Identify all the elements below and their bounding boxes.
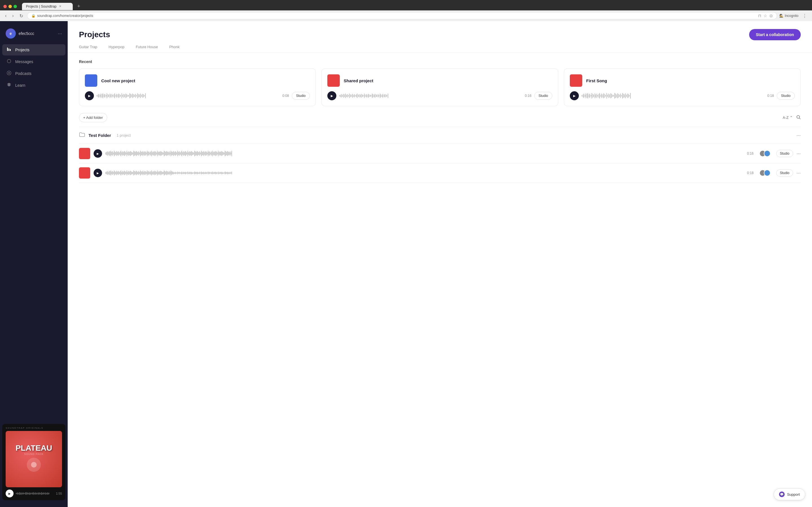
main-header: Projects Start a collaboration — [68, 21, 812, 40]
card-studio-btn[interactable]: Studio — [777, 92, 795, 100]
folder-more-btn[interactable]: ··· — [797, 132, 801, 138]
genre-tabs: Guitar Trap Hyperpop Future House Phonk — [68, 40, 812, 53]
sidebar-user: e efec5ccc ··· — [0, 25, 68, 44]
genre-tab-hyperpop[interactable]: Hyperpop — [109, 45, 124, 52]
album-inner — [31, 462, 37, 467]
address-bar[interactable]: 🔒 soundtrap.com/home/creator/projects ⊓ … — [27, 12, 777, 19]
card-duration: 0:08 — [283, 94, 289, 98]
user-more-btn[interactable]: ··· — [58, 31, 62, 37]
cards-row: Cool new project ▶ 0:08 Studio Shared pr… — [79, 68, 801, 106]
tab-close-btn[interactable]: ✕ — [59, 4, 61, 8]
sidebar-item-projects[interactable]: Projects — [2, 44, 65, 55]
project-card-shared: Shared project ▶ 0:16 Studio — [321, 68, 558, 106]
card-play-btn[interactable]: ▶ — [327, 91, 336, 100]
sidebar-item-messages[interactable]: Messages — [2, 56, 65, 67]
learn-icon — [6, 82, 12, 88]
player-waveform — [16, 490, 54, 497]
forward-btn[interactable]: › — [10, 13, 15, 19]
avatar: e — [6, 29, 16, 39]
card-title: First Song — [586, 78, 607, 83]
sort-controls: A-Z ⌃ — [783, 115, 801, 121]
start-collaboration-btn[interactable]: Start a collaboration — [749, 29, 801, 40]
sidebar-item-learn[interactable]: Learn — [2, 80, 65, 91]
svg-point-5 — [797, 115, 800, 118]
sort-btn[interactable]: A-Z ⌃ — [783, 115, 793, 120]
list-more-btn[interactable]: ··· — [797, 151, 801, 157]
card-footer: ▶ 0:18 Studio — [570, 91, 795, 100]
card-play-btn[interactable]: ▶ — [570, 91, 579, 100]
player-play-btn[interactable]: ▶ — [6, 490, 13, 497]
project-card-first-song: First Song ▶ 0:18 Studio — [564, 68, 801, 106]
browser-toolbar: ‹ › ↻ 🔒 soundtrap.com/home/creator/proje… — [0, 10, 812, 21]
collaborator-avatar — [764, 150, 770, 157]
list-more-btn[interactable]: ··· — [797, 170, 801, 176]
cast-icon: ⊓ — [758, 13, 761, 18]
player-label: SOUNDTRAP ORIGINALS — [6, 427, 62, 429]
profile-icon: ⊙ — [769, 13, 773, 18]
sidebar: e efec5ccc ··· Projects Messages — [0, 21, 68, 507]
menu-btn[interactable]: ⋮ — [801, 13, 809, 19]
sidebar-item-label: Podcasts — [15, 71, 32, 76]
folder-section: Test Folder 1 project ··· ▶ 0:16 Studio … — [79, 127, 801, 183]
sidebar-nav: Projects Messages Podcasts Learn — [0, 44, 68, 421]
app: e efec5ccc ··· Projects Messages — [0, 21, 812, 507]
list-play-btn[interactable]: ▶ — [94, 149, 102, 158]
tab-title: Projects | Soundtrap — [26, 4, 57, 8]
folder-toolbar: + Add folder A-Z ⌃ — [68, 113, 812, 127]
reload-btn[interactable]: ↻ — [18, 13, 25, 19]
search-btn[interactable] — [796, 115, 801, 121]
player-album-art: PLATEAU SOUND PACK — [6, 431, 62, 487]
list-studio-btn[interactable]: Studio — [776, 150, 793, 157]
list-play-btn[interactable]: ▶ — [94, 169, 102, 177]
bookmark-icon[interactable]: ☆ — [763, 13, 767, 18]
podcasts-icon — [6, 71, 12, 76]
card-studio-btn[interactable]: Studio — [292, 92, 310, 100]
close-window-btn[interactable] — [3, 5, 7, 8]
folder-count: 1 project — [117, 133, 131, 137]
card-title: Shared project — [344, 78, 373, 83]
genre-tab-future-house[interactable]: Future House — [136, 45, 158, 52]
card-waveform — [581, 91, 765, 100]
folder-name: Test Folder — [89, 133, 111, 138]
genre-tab-guitar-trap[interactable]: Guitar Trap — [79, 45, 97, 52]
support-label: Support — [787, 492, 800, 497]
list-duration: 0:18 — [747, 171, 754, 175]
list-thumbnail — [79, 148, 90, 159]
card-play-btn[interactable]: ▶ — [85, 91, 94, 100]
sort-chevron-icon: ⌃ — [790, 115, 793, 120]
list-studio-btn[interactable]: Studio — [776, 169, 793, 177]
genre-tab-phonk[interactable]: Phonk — [169, 45, 180, 52]
support-btn[interactable]: 💬 Support — [774, 489, 805, 500]
back-btn[interactable]: ‹ — [3, 13, 8, 19]
browser-chrome: Projects | Soundtrap ✕ + — [0, 0, 812, 10]
card-studio-btn[interactable]: Studio — [534, 92, 552, 100]
card-footer: ▶ 0:16 Studio — [327, 91, 552, 100]
active-tab[interactable]: Projects | Soundtrap ✕ — [22, 3, 73, 10]
page-title: Projects — [79, 30, 110, 39]
minimize-window-btn[interactable] — [8, 5, 12, 8]
folder-icon — [79, 131, 85, 139]
list-item: ▶ 0:16 Studio ··· — [79, 144, 801, 163]
card-thumbnail — [570, 74, 582, 87]
card-duration: 0:16 — [525, 94, 531, 98]
maximize-window-btn[interactable] — [13, 5, 17, 8]
main-content: Projects Start a collaboration Guitar Tr… — [68, 21, 812, 507]
recent-section-title: Recent — [79, 59, 801, 64]
card-thumbnail — [327, 74, 340, 87]
add-folder-btn[interactable]: + Add folder — [79, 113, 107, 122]
player-title: PLATEAU — [15, 444, 52, 452]
card-header: Cool new project — [85, 74, 310, 87]
projects-icon — [6, 47, 12, 53]
card-duration: 0:18 — [767, 94, 774, 98]
sidebar-item-podcasts[interactable]: Podcasts — [2, 68, 65, 79]
new-tab-btn[interactable]: + — [75, 2, 83, 10]
incognito-label: 🕵 Incognito — [779, 14, 799, 18]
tab-bar: Projects | Soundtrap ✕ + — [3, 2, 809, 10]
sidebar-item-label: Messages — [15, 59, 33, 64]
traffic-lights — [3, 5, 17, 8]
svg-line-6 — [799, 118, 801, 119]
svg-point-4 — [8, 72, 10, 74]
player-controls: ▶ 1:55 — [6, 490, 62, 497]
player-duration: 1:55 — [56, 492, 62, 495]
url-text: soundtrap.com/home/creator/projects — [37, 14, 93, 18]
